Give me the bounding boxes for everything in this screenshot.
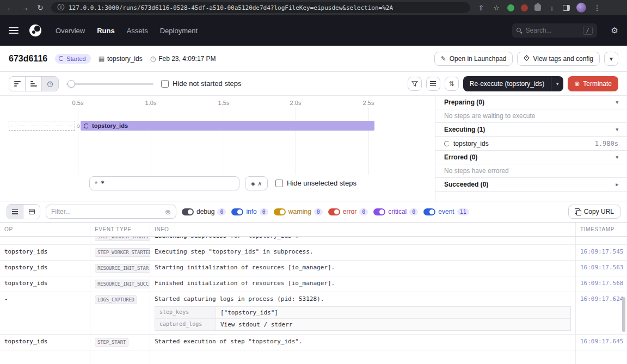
search-input[interactable]: [526, 27, 573, 34]
nav-item-overview[interactable]: Overview: [56, 27, 85, 35]
chevron-down-icon[interactable]: ▾: [616, 127, 618, 132]
waterfall-view-button[interactable]: [26, 77, 42, 91]
open-launchpad-button[interactable]: ✎ Open in Launchpad: [434, 52, 513, 66]
row-density-button[interactable]: [426, 77, 440, 91]
toggle-switch[interactable]: [182, 208, 194, 215]
level-count-badge: 0: [359, 208, 368, 215]
browser-back-icon[interactable]: ←: [5, 4, 14, 12]
level-toggle-warning[interactable]: warning 0: [274, 208, 323, 215]
section-errored[interactable]: Errored (0) ▾: [435, 151, 627, 164]
time-tick-label: 0.5s: [72, 100, 84, 106]
timed-view-button[interactable]: ◷: [42, 77, 58, 91]
step-status-panel: Preparing (0) ▾ No steps are waiting to …: [435, 96, 627, 201]
header-more-chevron-button[interactable]: ▾: [604, 52, 618, 66]
step-selector-input[interactable]: [101, 180, 234, 187]
hide-not-started-input[interactable]: [161, 80, 169, 88]
log-scrollbar-thumb[interactable]: [622, 297, 625, 332]
browser-forward-icon[interactable]: →: [21, 4, 29, 12]
primary-nav: Overview Runs Assets Deployment: [56, 27, 198, 35]
bookmark-star-icon[interactable]: ☆: [492, 4, 501, 12]
section-executing[interactable]: Executing (1) ▾: [435, 123, 627, 137]
extension-green-icon[interactable]: [507, 4, 514, 11]
clear-filter-icon[interactable]: ⊗: [165, 208, 171, 216]
side-panel-icon[interactable]: [563, 5, 570, 11]
log-timestamp[interactable]: 16:09:17.568: [576, 276, 627, 292]
terminate-button[interactable]: ⊗ Terminate: [568, 76, 618, 91]
extensions-puzzle-icon[interactable]: [534, 4, 541, 11]
copy-url-button[interactable]: Copy URL: [568, 205, 620, 219]
log-timestamp[interactable]: 16:09:17.545: [576, 245, 627, 260]
log-list-view-button[interactable]: [7, 205, 23, 219]
toggle-switch[interactable]: [328, 208, 340, 215]
log-structured-view-button[interactable]: [23, 205, 40, 219]
browser-reload-icon[interactable]: ↻: [36, 4, 45, 12]
toggle-switch[interactable]: [274, 208, 286, 215]
waterfall-view-icon: [30, 81, 37, 87]
hide-not-started-checkbox[interactable]: Hide not started steps: [161, 79, 241, 88]
log-timestamp[interactable]: 16:09:17.624: [576, 292, 627, 334]
gantt-step-bar[interactable]: topstory_ids: [81, 121, 374, 131]
toggle-switch[interactable]: [423, 208, 435, 215]
chevron-right-icon[interactable]: ▸: [616, 182, 618, 187]
job-chip[interactable]: ▦ topstory_ids: [99, 55, 143, 63]
sort-order-button[interactable]: ⇅: [445, 77, 459, 91]
layers-icon: ◈: [251, 180, 255, 187]
browser-menu-kebab-icon[interactable]: ⋮: [593, 4, 601, 12]
downloads-icon[interactable]: ↓: [548, 4, 556, 12]
level-toggle-error[interactable]: error 0: [328, 208, 368, 215]
hamburger-menu-icon[interactable]: [9, 27, 19, 34]
level-toggle-critical[interactable]: critical 0: [373, 208, 418, 215]
nav-item-deployment[interactable]: Deployment: [160, 27, 198, 35]
log-row[interactable]: topstory_ids RESOURCE_INIT_STAR... Start…: [0, 261, 627, 276]
toggle-switch[interactable]: [373, 208, 385, 215]
gantt-zoom-slider[interactable]: [66, 80, 153, 88]
log-row[interactable]: topstory_ids STEP_WORKER_STARTED Executi…: [0, 245, 627, 261]
chevron-down-icon[interactable]: ▾: [616, 100, 618, 105]
toggle-switch[interactable]: [231, 208, 243, 215]
share-icon[interactable]: ⇧: [477, 4, 485, 12]
job-name[interactable]: topstory_ids: [107, 55, 143, 63]
dagster-logo[interactable]: [28, 23, 42, 38]
level-toggle-debug[interactable]: debug 0: [182, 208, 226, 215]
log-filter-wrap[interactable]: ⊗: [46, 205, 176, 219]
nav-item-assets[interactable]: Assets: [127, 27, 148, 35]
log-row[interactable]: topstory_ids RESOURCE_INIT_SUCC... Finis…: [0, 276, 627, 292]
log-timestamp[interactable]: 16:09:17.563: [576, 261, 627, 276]
log-filter-input[interactable]: [51, 208, 162, 215]
section-succeeded[interactable]: Succeeded (0) ▸: [435, 178, 627, 192]
log-row[interactable]: STEP_WORKER_STARTI... Launching subproce…: [0, 237, 627, 245]
filter-funnel-button[interactable]: [408, 77, 422, 91]
log-timestamp[interactable]: 16:09:17.645: [576, 335, 627, 350]
section-preparing[interactable]: Preparing (0) ▾: [435, 96, 627, 109]
settings-gear-icon[interactable]: ⚙: [611, 26, 618, 35]
view-tags-config-button[interactable]: View tags and config: [517, 52, 600, 66]
view-stdout-stderr-link[interactable]: View stdout / stderr: [216, 319, 570, 330]
site-info-icon[interactable]: ⓘ: [57, 3, 65, 13]
log-row-logs-captured[interactable]: - LOGS_CAPTURED Started capturing logs i…: [0, 292, 627, 335]
step-selector-input-wrap[interactable]: *: [89, 176, 239, 190]
slider-thumb[interactable]: [67, 80, 75, 88]
reexecute-button[interactable]: Re-execute (topstory_ids) ▾: [463, 76, 563, 91]
gridline: [224, 108, 224, 175]
selector-options-button[interactable]: ◈ ∧: [245, 176, 268, 190]
reexecute-caret-icon[interactable]: ▾: [551, 76, 563, 91]
executing-step-row[interactable]: topstory_ids 1.980s: [435, 137, 627, 151]
log-row[interactable]: topstory_ids STEP_START Started executio…: [0, 335, 627, 350]
hide-unselected-input[interactable]: [275, 180, 283, 187]
level-toggle-event[interactable]: event 11: [423, 208, 469, 215]
log-timestamp[interactable]: [576, 237, 627, 244]
executing-step-name[interactable]: topstory_ids: [453, 140, 489, 147]
nav-item-runs[interactable]: Runs: [97, 27, 115, 35]
level-toggle-info[interactable]: info 0: [231, 208, 268, 215]
extension-red-icon[interactable]: [521, 4, 528, 11]
profile-avatar[interactable]: [576, 3, 586, 13]
clock-icon: ◷: [150, 55, 156, 63]
chevron-down-icon[interactable]: ▾: [616, 155, 618, 160]
global-search[interactable]: /: [512, 23, 597, 38]
time-tick-label: 2.5s: [363, 100, 374, 106]
flat-view-button[interactable]: [9, 77, 26, 91]
status-spinner-icon: [59, 56, 64, 61]
level-label: warning: [288, 208, 311, 215]
hide-unselected-checkbox[interactable]: Hide unselected steps: [275, 179, 356, 187]
address-bar[interactable]: ⓘ 127.0.0.1:3000/runs/673d6116-0528-45df…: [51, 2, 470, 13]
